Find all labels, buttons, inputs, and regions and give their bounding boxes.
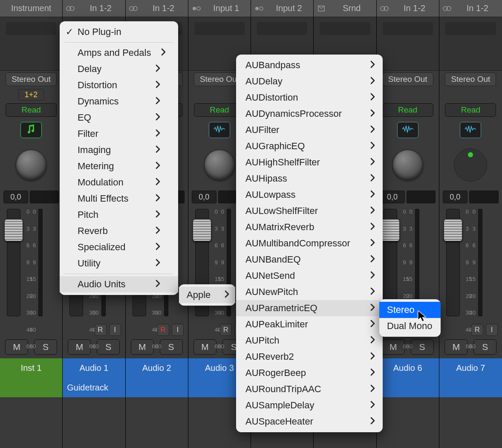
solo-button[interactable]: S	[411, 339, 434, 355]
pan-knob[interactable]	[16, 150, 46, 180]
mute-button[interactable]: M	[68, 339, 91, 355]
menu-item-category[interactable]: Dynamics	[60, 93, 178, 110]
insert-slots[interactable]	[377, 17, 439, 71]
gain-readout[interactable]: 0,0	[3, 191, 28, 203]
pan-knob[interactable]	[204, 150, 235, 180]
menu-item-apple[interactable]: Apple	[179, 287, 235, 303]
menu-item-dual-mono[interactable]: Dual Mono	[379, 318, 441, 334]
menu-item-category[interactable]: Delay	[60, 61, 178, 77]
output-selector[interactable]: Stereo Out	[6, 72, 57, 86]
menu-item-category[interactable]: Distortion	[60, 77, 178, 93]
menu-item-plugin[interactable]: AUParametricEQ	[236, 300, 383, 316]
input-selector[interactable]: Instrument	[0, 0, 62, 17]
menu-item-plugin[interactable]: AUHighShelfFilter	[236, 154, 383, 171]
menu-item-plugin[interactable]: AUDynamicsProcessor	[236, 106, 383, 122]
input-selector[interactable]: In 1-2	[126, 0, 188, 17]
menu-item-plugin[interactable]: AUGraphicEQ	[236, 138, 383, 154]
menu-item-plugin[interactable]: AURoundTripAAC	[236, 381, 383, 397]
menu-item-category[interactable]: Filter	[60, 126, 178, 142]
input-monitor-button[interactable]	[460, 122, 481, 138]
menu-item-plugin[interactable]: AULowShelfFilter	[236, 203, 383, 219]
plugin-list-menu[interactable]: AUBandpass AUDelay AUDistortion AUDynami…	[236, 55, 383, 432]
menu-item-plugin[interactable]: AUNewPitch	[236, 284, 383, 300]
menu-item-category[interactable]: EQ	[60, 110, 178, 126]
menu-item-category[interactable]: Modulation	[60, 174, 178, 191]
track-name-cell[interactable]: Audio 1	[63, 358, 125, 378]
output-selector[interactable]: Stereo Out	[445, 72, 496, 86]
record-enable-button[interactable]: R	[220, 324, 232, 336]
menu-item-category[interactable]: Metering	[60, 158, 178, 174]
menu-item-plugin[interactable]: AUMatrixReverb	[236, 219, 383, 235]
menu-item-plugin[interactable]: AUFilter	[236, 122, 383, 138]
record-enable-button[interactable]: R	[157, 324, 169, 336]
menu-item-plugin[interactable]: AUBandpass	[236, 57, 383, 73]
send-slot[interactable]: 1+2	[0, 88, 62, 101]
input-selector[interactable]: In 1-2	[377, 0, 439, 17]
pan-knob[interactable]	[392, 150, 423, 180]
solo-button[interactable]: S	[34, 339, 57, 355]
menu-item-plugin[interactable]: AUDistortion	[236, 90, 383, 106]
gain-readout[interactable]: 0,0	[380, 191, 405, 203]
track-group-cell[interactable]	[126, 378, 188, 397]
solo-button[interactable]: S	[473, 339, 496, 355]
menu-item-category[interactable]: Imaging	[60, 142, 178, 158]
plugin-category-menu[interactable]: ✓ No Plug-in Amps and Pedals Delay Disto…	[60, 21, 178, 295]
input-selector[interactable]: In 1-2	[63, 0, 125, 17]
menu-item-plugin[interactable]: AUSpaceHeater	[236, 413, 383, 430]
gain-readout[interactable]: 0,0	[443, 191, 467, 203]
automation-mode-button[interactable]: Read	[382, 103, 433, 117]
track-name-cell[interactable]: Inst 1	[0, 358, 62, 378]
insert-slots[interactable]	[0, 17, 62, 71]
record-enable-button[interactable]: R	[95, 324, 107, 336]
mute-button[interactable]: M	[193, 339, 216, 355]
surround-panner[interactable]	[454, 148, 487, 182]
menu-item-plugin[interactable]: AUSampleDelay	[236, 397, 383, 413]
input-selector[interactable]: Srnd	[314, 0, 376, 17]
menu-item-no-plugin[interactable]: ✓ No Plug-in	[60, 24, 178, 40]
fader-cap[interactable]	[381, 219, 400, 241]
menu-item-plugin[interactable]: AUMultibandCompressor	[236, 235, 383, 251]
menu-item-plugin[interactable]: AUHipass	[236, 171, 383, 187]
fader-cap[interactable]	[193, 219, 211, 241]
mute-button[interactable]: M	[5, 339, 28, 355]
solo-button[interactable]: S	[97, 339, 120, 355]
output-selector[interactable]: Stereo Out	[382, 72, 433, 86]
track-name-cell[interactable]: Audio 6	[377, 358, 439, 378]
input-selector[interactable]: In 1-2	[439, 0, 502, 17]
input-monitor-toggle[interactable]: I	[109, 324, 121, 336]
solo-button[interactable]: S	[160, 339, 183, 355]
menu-item-plugin[interactable]: AURogerBeep	[236, 365, 383, 381]
automation-mode-button[interactable]: Read	[445, 103, 496, 117]
input-selector[interactable]: Input 1	[188, 0, 251, 17]
menu-item-category[interactable]: Pitch	[60, 207, 178, 223]
menu-item-plugin[interactable]: AUPitch	[236, 332, 383, 349]
menu-item-audio-units[interactable]: Audio Units	[60, 276, 178, 292]
gain-readout[interactable]: 0,0	[192, 191, 216, 203]
mute-button[interactable]: M	[444, 339, 467, 355]
record-enable-button[interactable]: R	[471, 324, 483, 336]
track-group-cell[interactable]	[439, 378, 502, 397]
menu-item-category[interactable]: Multi Effects	[60, 191, 178, 207]
mute-button[interactable]: M	[131, 339, 154, 355]
menu-item-plugin[interactable]: AULowpass	[236, 187, 383, 203]
automation-mode-button[interactable]: Read	[6, 103, 57, 117]
menu-item-plugin[interactable]: AUDelay	[236, 73, 383, 90]
fader-cap[interactable]	[444, 219, 462, 241]
menu-item-category[interactable]: Utility	[60, 255, 178, 272]
input-monitor-button[interactable]	[209, 122, 230, 138]
menu-item-plugin[interactable]: AUReverb2	[236, 349, 383, 365]
menu-item-plugin[interactable]: AUNBandEQ	[236, 251, 383, 268]
track-group-cell[interactable]	[0, 378, 62, 397]
input-monitor-toggle[interactable]: I	[172, 324, 184, 336]
mute-button[interactable]: M	[382, 339, 405, 355]
menu-item-stereo[interactable]: Stereo	[379, 302, 441, 318]
menu-item-category[interactable]: Reverb	[60, 223, 178, 239]
insert-slots[interactable]	[439, 17, 502, 71]
input-monitor-button[interactable]	[20, 122, 42, 138]
track-group-cell[interactable]	[377, 378, 439, 397]
track-name-cell[interactable]: Audio 7	[439, 358, 502, 378]
fader-cap[interactable]	[4, 219, 23, 241]
input-selector[interactable]: Input 2	[251, 0, 313, 17]
input-monitor-button[interactable]	[397, 122, 418, 138]
menu-item-plugin[interactable]: AUNetSend	[236, 268, 383, 284]
